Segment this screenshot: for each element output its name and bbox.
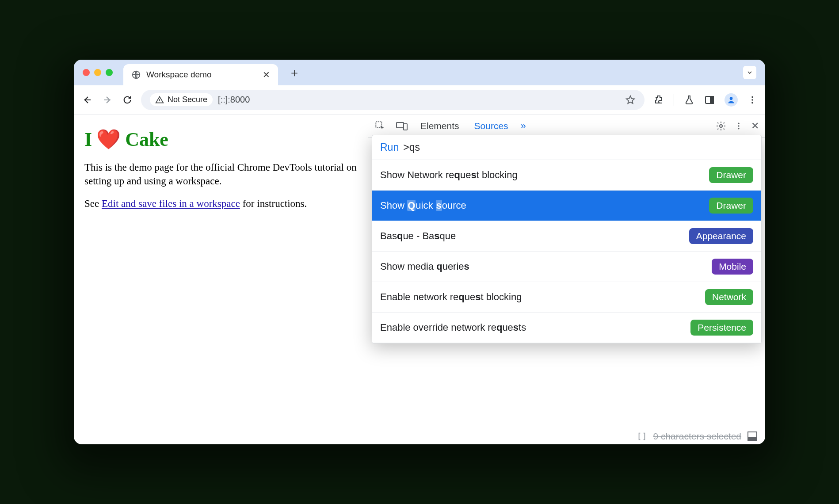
command-item-badge: Drawer <box>709 198 753 214</box>
main-area: I ❤️ Cake This is the demo page for the … <box>74 115 765 444</box>
security-chip[interactable]: Not Secure <box>150 93 213 106</box>
close-window-button[interactable] <box>83 69 90 76</box>
selection-status: 9 characters selected <box>653 431 741 442</box>
command-item-label: Enable override network requests <box>380 322 684 333</box>
command-item-label: Show Quick source <box>380 200 703 211</box>
fullscreen-window-button[interactable] <box>106 69 113 76</box>
command-menu: Run >qs Show Network request blockingDra… <box>372 135 762 344</box>
command-input-row[interactable]: Run >qs <box>372 135 761 160</box>
separator <box>674 94 674 106</box>
close-tab-icon[interactable]: ✕ <box>263 69 270 80</box>
command-item-badge: Drawer <box>709 167 753 183</box>
device-toggle-icon[interactable] <box>396 120 408 132</box>
heading-prefix: I <box>84 128 92 151</box>
svg-point-4 <box>751 96 753 98</box>
tab-title: Workspace demo <box>146 70 212 80</box>
command-item[interactable]: Show Quick sourceDrawer <box>372 191 761 221</box>
security-label: Not Secure <box>168 95 207 104</box>
devtools-panel: Elements Sources » ✕ Run >qs Show Networ… <box>368 115 765 444</box>
window-controls <box>83 69 113 76</box>
run-label: Run <box>380 141 399 153</box>
command-item-label: Basque - Basque <box>380 230 683 242</box>
side-panel-icon[interactable] <box>704 95 715 105</box>
command-item-badge: Network <box>705 289 753 305</box>
brackets-icon <box>637 431 647 441</box>
svg-point-13 <box>738 128 739 129</box>
nav-buttons <box>82 95 132 105</box>
devtools-tabbar: Elements Sources » ✕ <box>368 115 765 137</box>
svg-point-5 <box>751 99 753 101</box>
devtools-kebab-icon[interactable] <box>734 122 743 130</box>
url-text: [::]:8000 <box>218 95 250 105</box>
command-item[interactable]: Show media queriesMobile <box>372 252 761 282</box>
more-tabs-icon[interactable]: » <box>521 120 526 132</box>
command-list: Show Network request blockingDrawerShow … <box>372 160 761 343</box>
panel-icon <box>747 431 757 441</box>
profile-avatar[interactable] <box>725 93 738 107</box>
svg-rect-8 <box>397 122 404 128</box>
new-tab-button[interactable]: ＋ <box>289 65 300 80</box>
command-item[interactable]: Basque - BasqueAppearance <box>372 221 761 252</box>
text-after-link: for instructions. <box>240 198 307 209</box>
svg-point-11 <box>738 122 739 124</box>
address-bar[interactable]: Not Secure [::]:8000 <box>141 90 645 110</box>
command-item[interactable]: Enable network request blockingNetwork <box>372 282 761 313</box>
tab-overflow-button[interactable] <box>743 66 756 79</box>
svg-rect-2 <box>710 96 713 103</box>
heading-suffix: Cake <box>125 128 168 151</box>
reload-icon[interactable] <box>122 95 132 105</box>
globe-icon <box>131 70 141 80</box>
command-query: >qs <box>403 141 420 153</box>
tab-elements[interactable]: Elements <box>418 121 462 131</box>
browser-toolbar: Not Secure [::]:8000 <box>74 85 765 115</box>
command-item-badge: Appearance <box>689 228 753 244</box>
page-title: I ❤️ Cake <box>84 128 357 151</box>
command-item[interactable]: Show Network request blockingDrawer <box>372 160 761 191</box>
svg-rect-9 <box>404 124 407 130</box>
command-item-badge: Persistence <box>690 320 753 336</box>
kebab-menu-icon[interactable] <box>747 95 757 105</box>
forward-icon[interactable] <box>102 95 113 105</box>
inspect-element-icon[interactable] <box>374 120 386 132</box>
svg-point-10 <box>720 125 722 127</box>
command-item[interactable]: Enable override network requestsPersiste… <box>372 313 761 343</box>
close-devtools-icon[interactable]: ✕ <box>751 120 759 132</box>
person-icon <box>727 95 736 104</box>
text-before-link: See <box>84 198 102 209</box>
extensions-icon[interactable] <box>653 95 664 105</box>
bookmark-star-icon[interactable] <box>625 95 636 105</box>
workspace-tutorial-link[interactable]: Edit and save files in a workspace <box>102 198 240 209</box>
labs-flask-icon[interactable] <box>684 95 694 105</box>
heart-icon: ❤️ <box>96 128 121 151</box>
browser-window: Workspace demo ✕ ＋ Not Secure [::]:8000 <box>74 60 765 444</box>
tab-sources[interactable]: Sources <box>472 121 511 131</box>
svg-point-3 <box>730 97 733 100</box>
command-item-label: Enable network request blocking <box>380 291 699 303</box>
command-item-badge: Mobile <box>712 259 753 275</box>
toolbar-actions <box>653 93 757 107</box>
minimize-window-button[interactable] <box>94 69 101 76</box>
back-icon[interactable] <box>82 95 92 105</box>
browser-tab[interactable]: Workspace demo ✕ <box>123 64 278 85</box>
titlebar: Workspace demo ✕ ＋ <box>74 60 765 85</box>
svg-point-6 <box>751 102 753 103</box>
gear-icon[interactable] <box>716 121 726 131</box>
command-item-label: Show media queries <box>380 261 706 272</box>
page-content: I ❤️ Cake This is the demo page for the … <box>74 115 368 444</box>
command-item-label: Show Network request blocking <box>380 169 703 181</box>
warning-icon <box>155 95 164 104</box>
svg-point-12 <box>738 125 739 126</box>
link-paragraph: See Edit and save files in a workspace f… <box>84 197 357 210</box>
intro-paragraph: This is the demo page for the official C… <box>84 160 357 188</box>
status-footer: 9 characters selected <box>637 431 757 442</box>
